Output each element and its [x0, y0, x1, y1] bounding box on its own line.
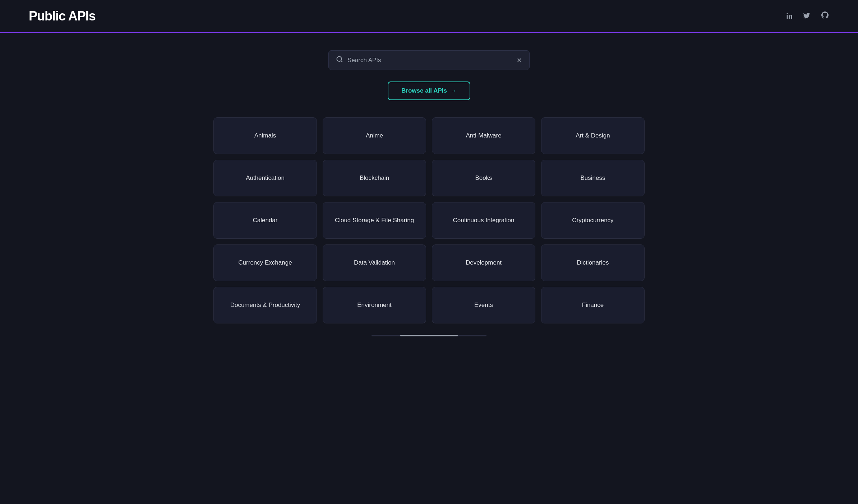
scrollbar-thumb	[400, 335, 458, 336]
main-content: ✕ Browse all APIs → AnimalsAnimeAnti-Mal…	[0, 33, 858, 358]
category-card-currency-exchange[interactable]: Currency Exchange	[213, 244, 317, 281]
categories-grid: AnimalsAnimeAnti-MalwareArt & DesignAuth…	[213, 117, 645, 323]
site-logo: Public APIs	[29, 9, 96, 24]
category-card-blockchain[interactable]: Blockchain	[323, 160, 426, 196]
twitter-icon[interactable]	[803, 11, 811, 21]
category-card-dictionaries[interactable]: Dictionaries	[541, 244, 645, 281]
category-card-cloud-storage[interactable]: Cloud Storage & File Sharing	[323, 202, 426, 239]
category-card-anti-malware[interactable]: Anti-Malware	[432, 117, 535, 154]
search-container: ✕	[328, 50, 530, 70]
search-icon	[336, 56, 343, 65]
category-card-anime[interactable]: Anime	[323, 117, 426, 154]
category-card-calendar[interactable]: Calendar	[213, 202, 317, 239]
scrollbar-container	[29, 335, 829, 336]
category-card-development[interactable]: Development	[432, 244, 535, 281]
scrollbar-track	[372, 335, 486, 336]
category-card-finance[interactable]: Finance	[541, 287, 645, 323]
browse-button-label: Browse all APIs	[401, 87, 447, 94]
category-card-documents-productivity[interactable]: Documents & Productivity	[213, 287, 317, 323]
site-header: Public APIs	[0, 0, 858, 33]
nav-icons	[786, 11, 829, 22]
category-card-continuous-integration[interactable]: Continuous Integration	[432, 202, 535, 239]
svg-point-0	[337, 57, 342, 61]
category-card-cryptocurrency[interactable]: Cryptocurrency	[541, 202, 645, 239]
category-card-authentication[interactable]: Authentication	[213, 160, 317, 196]
category-card-books[interactable]: Books	[432, 160, 535, 196]
category-card-animals[interactable]: Animals	[213, 117, 317, 154]
category-card-events[interactable]: Events	[432, 287, 535, 323]
browse-all-apis-button[interactable]: Browse all APIs →	[388, 81, 470, 100]
category-card-data-validation[interactable]: Data Validation	[323, 244, 426, 281]
category-card-business[interactable]: Business	[541, 160, 645, 196]
github-icon[interactable]	[821, 11, 829, 22]
browse-button-arrow: →	[451, 87, 457, 94]
search-input[interactable]	[347, 57, 517, 64]
search-clear-button[interactable]: ✕	[517, 56, 522, 64]
category-card-environment[interactable]: Environment	[323, 287, 426, 323]
category-card-art-design[interactable]: Art & Design	[541, 117, 645, 154]
linkedin-icon[interactable]	[786, 11, 793, 21]
